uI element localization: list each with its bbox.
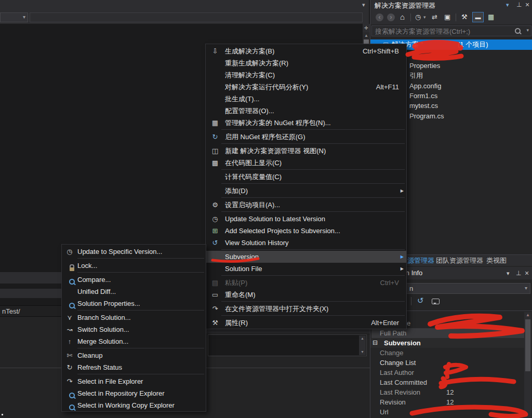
menu-item-properties[interactable]: ⚒属性(R)Alt+Enter: [206, 317, 406, 329]
toolbar-overflow-icon[interactable]: ▾: [362, 2, 365, 8]
search-icon[interactable]: [515, 28, 521, 34]
submenu-item-merge-solution[interactable]: ↑Merge Solution...: [62, 335, 206, 347]
tab-team-explorer[interactable]: 团队资源管理器: [436, 255, 483, 266]
chevron-down-icon[interactable]: ▾: [526, 28, 529, 33]
menu-item-add[interactable]: 添加(D)▶: [206, 185, 406, 197]
switch-icon: ↝: [64, 323, 75, 335]
menu-label: Select in Working Copy Explorer: [77, 401, 175, 409]
prop-row-last-revision[interactable]: Last Revision12: [370, 387, 524, 397]
menu-shortcut: Alt+Enter: [356, 319, 399, 327]
window-position-icon[interactable]: ▾: [506, 2, 509, 8]
menu-item-update-solution-latest[interactable]: ◷Update Solution to Latest Version: [206, 213, 406, 225]
sync-active-document-icon[interactable]: ⇄: [432, 13, 437, 21]
chevron-down-icon[interactable]: ▾: [423, 15, 426, 20]
submenu-item-select-in-working-copy-explorer[interactable]: Select in Working Copy Explorer: [62, 399, 206, 411]
scroll-up-icon[interactable]: ▲: [359, 335, 366, 342]
submenu-item-unified-diff[interactable]: Unified Diff...: [62, 286, 206, 298]
message-box[interactable]: ▲ ▼: [208, 334, 367, 356]
solution-context-menu: ⇩生成解决方案(B)Ctrl+Shift+B 重新生成解决方案(R) 清理解决方…: [205, 44, 407, 329]
scroll-up-icon[interactable]: ▲: [363, 33, 370, 39]
menu-item-set-startup-projects[interactable]: ⚙设置启动项目(A)...: [206, 199, 406, 211]
open-folder-icon: ↷: [209, 303, 221, 315]
properties-wrench-icon[interactable]: ⚒: [461, 13, 468, 21]
tree-item-label: mytest.cs: [409, 102, 438, 110]
search-input[interactable]: 搜索解决方案资源管理器(Ctrl+;) ▾: [371, 25, 531, 36]
menu-item-add-projects-to-subversion[interactable]: ⊞Add Selected Projects to Subversion...: [206, 225, 406, 237]
menu-item-build-solution[interactable]: ⇩生成解决方案(B)Ctrl+Shift+B: [206, 45, 406, 57]
menu-item-paste[interactable]: ▤粘贴(P)Ctrl+V: [206, 277, 406, 289]
window-position-icon[interactable]: ▾: [507, 270, 510, 277]
prop-row-last-committed[interactable]: Last Committed: [370, 377, 524, 387]
menu-item-new-solution-explorer-view[interactable]: ◫新建 解决方案资源管理器 视图(N): [206, 145, 406, 157]
menu-item-open-folder-in-file-explorer[interactable]: ↷在文件资源管理器中打开文件夹(X): [206, 303, 406, 315]
menu-item-clean-solution[interactable]: 清理解决方案(C): [206, 69, 406, 81]
menu-item-batch-build[interactable]: 批生成(T)...: [206, 93, 406, 105]
history-icon[interactable]: ↺: [417, 296, 424, 305]
menu-item-rename[interactable]: ▭重命名(M): [206, 289, 406, 301]
properties-scrollbar[interactable]: ▲: [524, 312, 531, 417]
prop-row-full-path[interactable]: Full Path: [370, 328, 524, 338]
prop-row-change[interactable]: Change: [370, 348, 524, 358]
pin-icon[interactable]: ⊥: [516, 269, 521, 277]
prop-label: Last Revision: [380, 387, 420, 397]
menu-label: 新建 解决方案资源管理器 视图(N): [225, 146, 326, 156]
submenu-item-select-in-file-explorer[interactable]: ↷Select in File Explorer: [62, 375, 206, 387]
scrollbar-thumb[interactable]: [525, 319, 530, 371]
tab-class-view[interactable]: 类视图: [486, 255, 507, 266]
close-icon[interactable]: ×: [525, 269, 529, 277]
menu-item-view-solution-history[interactable]: ↺View Solution History: [206, 237, 406, 249]
menu-item-solution-file[interactable]: Solution File▶: [206, 263, 406, 275]
pending-changes-filter-icon[interactable]: ◷: [415, 13, 421, 21]
rename-icon: ▭: [209, 289, 221, 301]
menu-item-run-code-analysis[interactable]: 对解决方案运行代码分析(Y)Alt+F11: [206, 81, 406, 93]
home-icon[interactable]: ⌂: [400, 12, 405, 21]
second-toolbar: ▾: [0, 11, 369, 24]
submenu-item-branch-solution[interactable]: ⋎Branch Solution...: [62, 312, 206, 323]
submenu-item-update-specific-version[interactable]: ◷Update to Specific Version...: [62, 246, 206, 258]
menu-label: 计算代码度量值(C): [225, 172, 282, 182]
code-map-icon[interactable]: ▦: [488, 13, 494, 21]
menu-item-subversion[interactable]: Subversion▶: [206, 251, 406, 263]
nav-forward-icon[interactable]: ›: [387, 14, 395, 21]
submenu-item-switch-solution[interactable]: ↝Switch Solution...: [62, 323, 206, 335]
prop-row-last-author[interactable]: Last Author: [370, 368, 524, 377]
prop-row-change-list[interactable]: Change List: [370, 358, 524, 368]
menu-item-show-on-code-map[interactable]: ▩在代码图上显示(C): [206, 157, 406, 169]
show-all-files-icon[interactable]: ▬: [472, 12, 484, 22]
submenu-item-compare[interactable]: Compare...: [62, 274, 206, 286]
menu-item-rebuild-solution[interactable]: 重新生成解决方案(R): [206, 57, 406, 69]
chevron-down-icon: ▾: [23, 14, 25, 20]
menu-label: Cleanup: [77, 352, 102, 359]
prop-label: Last Author: [380, 368, 414, 377]
submenu-item-cleanup[interactable]: ✄Cleanup: [62, 349, 206, 361]
build-icon: ⇩: [209, 45, 221, 57]
pin-icon[interactable]: ⊥: [516, 1, 522, 8]
submenu-item-lock[interactable]: Lock...: [62, 260, 206, 272]
toolbar-field[interactable]: [30, 12, 363, 22]
menu-item-enable-nuget-restore[interactable]: ↻启用 NuGet 程序包还原(G): [206, 131, 406, 143]
submenu-item-select-in-repository-explorer[interactable]: Select in Repository Explorer: [62, 387, 206, 399]
message-box-scrollbar[interactable]: ▲ ▼: [359, 335, 366, 355]
prop-row-url[interactable]: Url: [370, 407, 524, 417]
toolbar-combobox[interactable]: ▾: [0, 12, 28, 22]
comment-bubble-icon[interactable]: [432, 299, 440, 304]
prop-category-subversion[interactable]: ⊟ Subversion: [370, 338, 524, 348]
prop-row-revision[interactable]: Revision12: [370, 397, 524, 407]
stray-dot: [2, 414, 3, 415]
collapse-expander-icon[interactable]: ⊟: [373, 338, 378, 348]
menu-item-manage-nuget[interactable]: ▦管理解决方案的 NuGet 程序包(N)...: [206, 117, 406, 129]
menu-label: Branch Solution...: [77, 314, 131, 321]
wrench-icon: ⚒: [209, 317, 221, 329]
submenu-item-solution-properties[interactable]: Solution Properties...: [62, 298, 206, 309]
collapse-all-icon[interactable]: ▣: [444, 13, 450, 21]
scroll-up-icon[interactable]: ▲: [524, 312, 531, 318]
close-icon[interactable]: ×: [525, 1, 529, 9]
chevron-down-icon[interactable]: ▾: [525, 285, 527, 291]
splitter-handle-icon[interactable]: ✛: [363, 24, 370, 32]
menu-item-configuration-manager[interactable]: 配置管理器(O)...: [206, 105, 406, 117]
scroll-down-icon[interactable]: ▼: [359, 349, 366, 355]
submenu-item-refresh-status[interactable]: ↻Refresh Status: [62, 361, 206, 373]
nav-back-icon[interactable]: ‹: [376, 14, 383, 21]
menu-item-calculate-code-metrics[interactable]: 计算代码度量值(C): [206, 171, 406, 183]
branch-icon: ⋎: [64, 312, 75, 323]
